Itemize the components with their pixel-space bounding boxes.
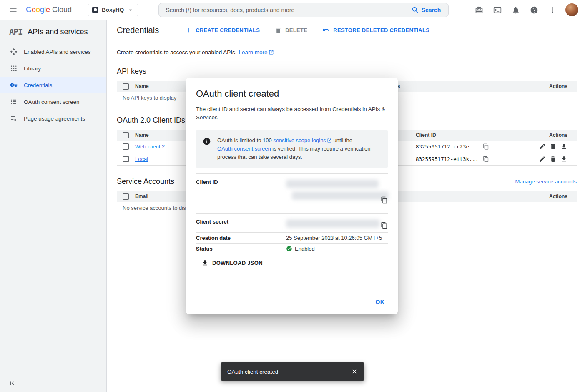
help-icon bbox=[530, 6, 538, 14]
copy-icon bbox=[381, 196, 388, 204]
copy-client-id-button[interactable] bbox=[483, 156, 489, 162]
gift-icon bbox=[475, 6, 483, 14]
api-keys-empty-text: No API keys to display bbox=[117, 95, 176, 101]
collapse-sidebar-button[interactable] bbox=[8, 379, 16, 387]
creation-date-row: Creation date 25 September 2023 at 10:26… bbox=[196, 233, 388, 244]
row-checkbox-cell bbox=[117, 143, 135, 150]
sidebar-item-label: Enabled APIs and services bbox=[24, 49, 91, 55]
client-id-label: Client ID bbox=[196, 179, 286, 209]
client-name-link[interactable]: Web client 2 bbox=[135, 143, 165, 150]
oauth-consent-screen-link[interactable]: OAuth consent screen bbox=[217, 145, 271, 153]
info-icon bbox=[203, 137, 211, 146]
sidebar-item-oauth-consent[interactable]: OAuth consent screen bbox=[0, 93, 106, 110]
notice-pre: OAuth is limited to 100 bbox=[217, 137, 273, 143]
delete-row-button[interactable] bbox=[550, 156, 557, 163]
manage-service-accounts-link[interactable]: Manage service accounts bbox=[515, 178, 577, 185]
sidebar-item-label: OAuth consent screen bbox=[24, 99, 80, 105]
download-row-button[interactable] bbox=[560, 156, 567, 163]
copy-client-id-button[interactable] bbox=[483, 143, 489, 150]
toast: OAuth client created bbox=[221, 362, 364, 381]
collapse-icon bbox=[8, 379, 16, 387]
help-button[interactable] bbox=[526, 2, 542, 18]
chevron-down-icon bbox=[127, 7, 134, 13]
sidebar: API APIs and services Enabled APIs and s… bbox=[0, 20, 107, 392]
select-all-checkbox[interactable] bbox=[123, 193, 129, 200]
creation-date-value: 25 September 2023 at 10:26:05 GMT+5 bbox=[286, 235, 388, 241]
menu-icon bbox=[9, 6, 18, 14]
delete-label: DELETE bbox=[285, 27, 307, 33]
external-link-icon bbox=[269, 50, 274, 55]
notifications-icon bbox=[512, 6, 520, 14]
status-value: Enabled bbox=[286, 246, 388, 252]
dialog-notice: OAuth is limited to 100 sensitive scope … bbox=[196, 130, 388, 168]
download-row-button[interactable] bbox=[560, 143, 567, 150]
sidebar-item-library[interactable]: Library bbox=[0, 60, 106, 77]
project-selector[interactable]: BoxyHQ bbox=[88, 4, 138, 16]
enabled-apis-icon bbox=[10, 48, 18, 55]
logo-letter: g bbox=[40, 5, 44, 14]
delete-button[interactable]: DELETE bbox=[275, 27, 307, 34]
menu-button[interactable] bbox=[9, 6, 18, 14]
notice-link1-label: sensitive scope logins bbox=[273, 136, 326, 145]
delete-row-button[interactable] bbox=[550, 143, 557, 150]
search-button[interactable]: Search bbox=[404, 3, 449, 17]
dialog-fields: Client ID Client secret Creation date 25… bbox=[196, 173, 388, 254]
client-secret-redacted bbox=[286, 219, 380, 228]
status-text: Enabled bbox=[295, 246, 315, 252]
sidebar-item-page-usage-agreements[interactable]: Page usage agreements bbox=[0, 110, 106, 127]
edit-button[interactable] bbox=[539, 143, 546, 150]
avatar[interactable] bbox=[565, 3, 578, 16]
create-credentials-label: CREATE CREDENTIALS bbox=[196, 27, 260, 33]
more-options-button[interactable] bbox=[545, 2, 560, 18]
sidebar-item-label: Library bbox=[24, 65, 41, 72]
sidebar-item-enabled-apis[interactable]: Enabled APIs and services bbox=[0, 43, 106, 60]
key-icon bbox=[10, 81, 18, 89]
service-accounts-empty-text: No service accounts to display bbox=[117, 205, 196, 211]
agreements-icon bbox=[10, 115, 18, 122]
select-all-checkbox[interactable] bbox=[123, 83, 129, 90]
download-json-button[interactable]: DOWNLOAD JSON bbox=[201, 259, 263, 266]
ok-button[interactable]: OK bbox=[372, 296, 388, 308]
copy-icon bbox=[483, 143, 489, 150]
search-input[interactable] bbox=[159, 3, 403, 17]
client-name-link[interactable]: Local bbox=[135, 156, 148, 162]
row-checkbox[interactable] bbox=[123, 143, 129, 150]
plus-icon bbox=[185, 26, 192, 34]
client-id-value: 83255951712-cr23e... bbox=[416, 143, 479, 150]
client-secret-label: Client secret bbox=[196, 219, 286, 228]
page-title: Credentials bbox=[117, 25, 159, 35]
dialog-description: The client ID and secret can always be a… bbox=[196, 105, 388, 122]
sidebar-item-credentials[interactable]: Credentials bbox=[0, 77, 106, 93]
logo-letter: e bbox=[46, 5, 50, 14]
sensitive-scope-logins-link[interactable]: sensitive scope logins bbox=[273, 136, 331, 145]
header-checkbox-cell bbox=[117, 132, 135, 138]
intro-text: Create credentials to access your enable… bbox=[117, 49, 585, 55]
download-icon bbox=[560, 156, 567, 163]
more-vert-icon bbox=[548, 6, 557, 14]
create-credentials-button[interactable]: CREATE CREDENTIALS bbox=[185, 26, 260, 34]
close-icon bbox=[351, 368, 358, 375]
logo-letter: o bbox=[32, 5, 36, 14]
learn-more-link[interactable]: Learn more bbox=[239, 49, 274, 55]
notifications-button[interactable] bbox=[508, 2, 524, 18]
column-actions: Actions bbox=[527, 132, 577, 138]
copy-client-id-button[interactable] bbox=[381, 196, 388, 204]
restore-deleted-credentials-button[interactable]: RESTORE DELETED CREDENTIALS bbox=[322, 26, 429, 34]
column-actions: Actions bbox=[527, 193, 577, 199]
header-checkbox-cell bbox=[117, 83, 135, 90]
dialog-notice-text: OAuth is limited to 100 sensitive scope … bbox=[217, 136, 381, 161]
cloud-shell-button[interactable] bbox=[490, 2, 505, 18]
page-toolbar: Credentials CREATE CREDENTIALS DELETE RE… bbox=[107, 20, 585, 40]
gift-button[interactable] bbox=[471, 2, 487, 18]
trash-icon bbox=[550, 143, 557, 150]
column-actions: Actions bbox=[527, 83, 577, 89]
google-cloud-logo: Google Cloud bbox=[26, 5, 72, 14]
consent-screen-icon bbox=[10, 98, 18, 106]
toast-close-button[interactable] bbox=[347, 364, 362, 379]
edit-button[interactable] bbox=[539, 156, 546, 163]
client-id-row: Client ID bbox=[196, 173, 388, 214]
select-all-checkbox[interactable] bbox=[123, 132, 129, 138]
copy-client-secret-button[interactable] bbox=[381, 222, 388, 229]
sidebar-item-label: Page usage agreements bbox=[24, 116, 85, 122]
row-checkbox[interactable] bbox=[123, 156, 129, 162]
